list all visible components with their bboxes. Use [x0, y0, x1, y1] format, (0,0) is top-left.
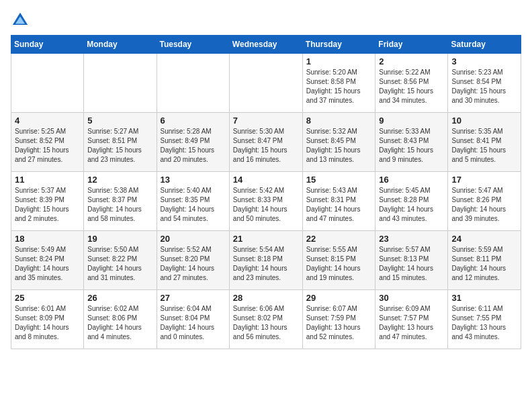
weekday-header: Monday [84, 36, 157, 54]
day-number: 14 [233, 175, 299, 185]
day-number: 18 [15, 234, 80, 244]
calendar-day-cell [229, 54, 302, 113]
day-info: Sunrise: 6:02 AMSunset: 8:06 PMDaylight:… [87, 304, 152, 342]
day-number: 17 [451, 175, 517, 185]
calendar-day-cell: 9Sunrise: 5:33 AMSunset: 8:43 PMDaylight… [375, 113, 448, 172]
calendar-day-cell [84, 54, 157, 113]
calendar-day-cell: 18Sunrise: 5:49 AMSunset: 8:24 PMDayligh… [11, 231, 84, 290]
day-info: Sunrise: 6:09 AMSunset: 7:57 PMDaylight:… [379, 304, 444, 342]
calendar-day-cell: 12Sunrise: 5:38 AMSunset: 8:37 PMDayligh… [84, 172, 157, 231]
day-info: Sunrise: 5:54 AMSunset: 8:18 PMDaylight:… [233, 245, 299, 283]
calendar-day-cell: 13Sunrise: 5:40 AMSunset: 8:35 PMDayligh… [157, 172, 229, 231]
day-info: Sunrise: 5:25 AMSunset: 8:52 PMDaylight:… [15, 127, 80, 165]
weekday-header: Tuesday [157, 36, 229, 54]
day-info: Sunrise: 5:37 AMSunset: 8:39 PMDaylight:… [15, 186, 80, 224]
day-number: 2 [379, 56, 444, 66]
day-info: Sunrise: 5:27 AMSunset: 8:51 PMDaylight:… [87, 127, 152, 165]
calendar-day-cell: 15Sunrise: 5:43 AMSunset: 8:31 PMDayligh… [302, 172, 375, 231]
day-number: 19 [87, 234, 152, 244]
day-info: Sunrise: 5:49 AMSunset: 8:24 PMDaylight:… [15, 245, 80, 283]
day-number: 21 [233, 234, 299, 244]
day-number: 26 [87, 293, 152, 303]
calendar-day-cell: 19Sunrise: 5:50 AMSunset: 8:22 PMDayligh… [84, 231, 157, 290]
calendar-day-cell: 2Sunrise: 5:22 AMSunset: 8:56 PMDaylight… [375, 54, 448, 113]
day-number: 31 [451, 293, 517, 303]
logo [11, 11, 32, 30]
calendar-day-cell: 3Sunrise: 5:23 AMSunset: 8:54 PMDaylight… [448, 54, 521, 113]
day-info: Sunrise: 5:43 AMSunset: 8:31 PMDaylight:… [306, 186, 372, 224]
day-info: Sunrise: 5:47 AMSunset: 8:26 PMDaylight:… [451, 186, 517, 224]
day-number: 27 [161, 293, 226, 303]
calendar-day-cell: 7Sunrise: 5:30 AMSunset: 8:47 PMDaylight… [229, 113, 302, 172]
weekday-header: Thursday [302, 36, 375, 54]
calendar-week-row: 18Sunrise: 5:49 AMSunset: 8:24 PMDayligh… [11, 231, 521, 290]
calendar-day-cell [11, 54, 84, 113]
calendar-day-cell: 5Sunrise: 5:27 AMSunset: 8:51 PMDaylight… [84, 113, 157, 172]
calendar-day-cell: 6Sunrise: 5:28 AMSunset: 8:49 PMDaylight… [157, 113, 229, 172]
day-number: 29 [306, 293, 372, 303]
calendar-day-cell: 10Sunrise: 5:35 AMSunset: 8:41 PMDayligh… [448, 113, 521, 172]
day-number: 1 [306, 56, 372, 66]
day-info: Sunrise: 6:06 AMSunset: 8:02 PMDaylight:… [233, 304, 299, 342]
calendar-table: SundayMondayTuesdayWednesdayThursdayFrid… [11, 35, 521, 349]
calendar-week-row: 25Sunrise: 6:01 AMSunset: 8:09 PMDayligh… [11, 290, 521, 349]
day-number: 24 [451, 234, 517, 244]
day-number: 15 [306, 175, 372, 185]
day-number: 11 [15, 175, 80, 185]
calendar-day-cell: 24Sunrise: 5:59 AMSunset: 8:11 PMDayligh… [448, 231, 521, 290]
day-info: Sunrise: 6:07 AMSunset: 7:59 PMDaylight:… [306, 304, 372, 342]
day-number: 12 [87, 175, 152, 185]
day-number: 8 [306, 116, 372, 126]
day-number: 16 [379, 175, 444, 185]
calendar-day-cell: 16Sunrise: 5:45 AMSunset: 8:28 PMDayligh… [375, 172, 448, 231]
day-number: 20 [161, 234, 226, 244]
calendar-week-row: 4Sunrise: 5:25 AMSunset: 8:52 PMDaylight… [11, 113, 521, 172]
calendar-day-cell: 31Sunrise: 6:11 AMSunset: 7:55 PMDayligh… [448, 290, 521, 349]
calendar-day-cell: 11Sunrise: 5:37 AMSunset: 8:39 PMDayligh… [11, 172, 84, 231]
day-info: Sunrise: 5:32 AMSunset: 8:45 PMDaylight:… [306, 127, 372, 165]
calendar-day-cell: 14Sunrise: 5:42 AMSunset: 8:33 PMDayligh… [229, 172, 302, 231]
calendar-day-cell: 27Sunrise: 6:04 AMSunset: 8:04 PMDayligh… [157, 290, 229, 349]
day-info: Sunrise: 6:04 AMSunset: 8:04 PMDaylight:… [161, 304, 226, 342]
logo-icon [11, 11, 30, 30]
calendar-day-cell: 28Sunrise: 6:06 AMSunset: 8:02 PMDayligh… [229, 290, 302, 349]
day-info: Sunrise: 5:30 AMSunset: 8:47 PMDaylight:… [233, 127, 299, 165]
day-info: Sunrise: 5:20 AMSunset: 8:58 PMDaylight:… [306, 68, 372, 105]
weekday-header-row: SundayMondayTuesdayWednesdayThursdayFrid… [11, 36, 521, 54]
day-info: Sunrise: 5:52 AMSunset: 8:20 PMDaylight:… [161, 245, 226, 283]
day-number: 30 [379, 293, 444, 303]
calendar-day-cell: 8Sunrise: 5:32 AMSunset: 8:45 PMDaylight… [302, 113, 375, 172]
day-info: Sunrise: 5:22 AMSunset: 8:56 PMDaylight:… [379, 68, 444, 105]
day-info: Sunrise: 5:33 AMSunset: 8:43 PMDaylight:… [379, 127, 444, 165]
day-number: 5 [87, 116, 152, 126]
day-number: 28 [233, 293, 299, 303]
day-number: 7 [233, 116, 299, 126]
calendar-day-cell: 25Sunrise: 6:01 AMSunset: 8:09 PMDayligh… [11, 290, 84, 349]
day-info: Sunrise: 5:59 AMSunset: 8:11 PMDaylight:… [451, 245, 517, 283]
day-info: Sunrise: 5:50 AMSunset: 8:22 PMDaylight:… [87, 245, 152, 283]
calendar-day-cell: 30Sunrise: 6:09 AMSunset: 7:57 PMDayligh… [375, 290, 448, 349]
calendar-day-cell: 22Sunrise: 5:55 AMSunset: 8:15 PMDayligh… [302, 231, 375, 290]
calendar-day-cell: 29Sunrise: 6:07 AMSunset: 7:59 PMDayligh… [302, 290, 375, 349]
day-info: Sunrise: 5:23 AMSunset: 8:54 PMDaylight:… [451, 68, 517, 105]
day-info: Sunrise: 6:11 AMSunset: 7:55 PMDaylight:… [451, 304, 517, 342]
weekday-header: Saturday [448, 36, 521, 54]
day-info: Sunrise: 5:55 AMSunset: 8:15 PMDaylight:… [306, 245, 372, 283]
day-info: Sunrise: 5:42 AMSunset: 8:33 PMDaylight:… [233, 186, 299, 224]
calendar-day-cell: 26Sunrise: 6:02 AMSunset: 8:06 PMDayligh… [84, 290, 157, 349]
day-number: 13 [161, 175, 226, 185]
calendar-day-cell: 4Sunrise: 5:25 AMSunset: 8:52 PMDaylight… [11, 113, 84, 172]
calendar-day-cell: 1Sunrise: 5:20 AMSunset: 8:58 PMDaylight… [302, 54, 375, 113]
day-info: Sunrise: 5:57 AMSunset: 8:13 PMDaylight:… [379, 245, 444, 283]
day-number: 4 [15, 116, 80, 126]
calendar-day-cell: 21Sunrise: 5:54 AMSunset: 8:18 PMDayligh… [229, 231, 302, 290]
weekday-header: Wednesday [229, 36, 302, 54]
day-info: Sunrise: 5:28 AMSunset: 8:49 PMDaylight:… [161, 127, 226, 165]
weekday-header: Friday [375, 36, 448, 54]
calendar-day-cell [157, 54, 229, 113]
calendar-day-cell: 20Sunrise: 5:52 AMSunset: 8:20 PMDayligh… [157, 231, 229, 290]
day-number: 9 [379, 116, 444, 126]
day-info: Sunrise: 5:45 AMSunset: 8:28 PMDaylight:… [379, 186, 444, 224]
page-header [11, 11, 521, 30]
weekday-header: Sunday [11, 36, 84, 54]
